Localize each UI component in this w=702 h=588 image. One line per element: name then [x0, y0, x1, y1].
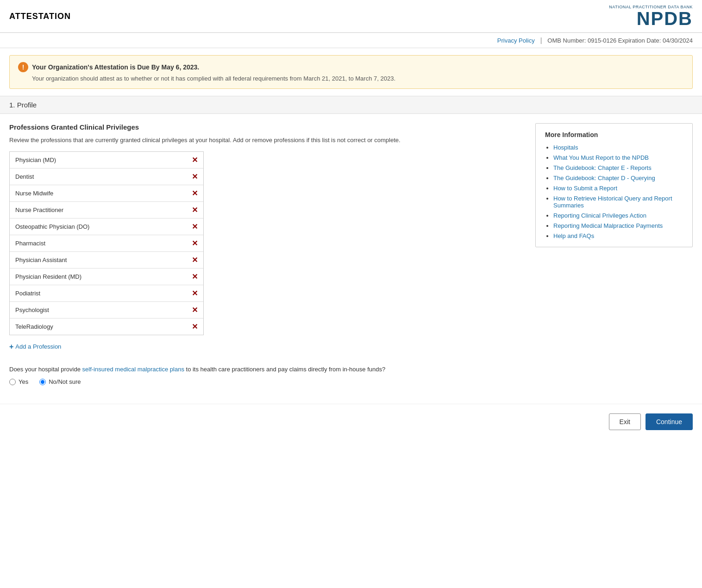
section-header: 1. Profile	[0, 96, 702, 114]
profession-row: Physician Resident (MD)✕	[10, 269, 203, 285]
profession-row: Dentist✕	[10, 169, 203, 185]
professions-title: Professions Granted Clinical Privileges	[9, 123, 526, 131]
remove-profession-button[interactable]: ✕	[192, 206, 198, 214]
profession-name: Podiatrist	[15, 290, 40, 297]
profession-name: Dentist	[15, 173, 34, 180]
question-text-before: Does your hospital provide	[9, 366, 82, 373]
alert-banner: ! Your Organization's Attestation is Due…	[9, 55, 693, 89]
alert-title: ! Your Organization's Attestation is Due…	[18, 62, 684, 72]
info-list-item: How to Retrieve Historical Query and Rep…	[553, 195, 683, 209]
profession-row: Nurse Practitioner✕	[10, 202, 203, 219]
remove-profession-button[interactable]: ✕	[192, 272, 198, 281]
right-panel: More Information HospitalsWhat You Must …	[535, 123, 693, 385]
profession-row: Pharmacist✕	[10, 235, 203, 252]
remove-profession-button[interactable]: ✕	[192, 239, 198, 248]
remove-profession-button[interactable]: ✕	[192, 306, 198, 314]
profession-name: Pharmacist	[15, 240, 45, 247]
info-link[interactable]: Reporting Medical Malpractice Payments	[553, 222, 663, 229]
radio-group: Yes No/Not sure	[9, 378, 526, 385]
radio-yes-input[interactable]	[9, 379, 16, 385]
omb-text: OMB Number: 0915-0126 Expiration Date: 0…	[547, 37, 693, 44]
nav-separator: |	[540, 37, 542, 44]
info-link[interactable]: The Guidebook: Chapter E - Reports	[553, 164, 652, 171]
privacy-policy-link[interactable]: Privacy Policy	[497, 37, 535, 44]
radio-yes-label: Yes	[19, 378, 28, 385]
profession-row: Osteopathic Physician (DO)✕	[10, 219, 203, 235]
question-text: Does your hospital provide self-insured …	[9, 365, 526, 374]
self-insured-link[interactable]: self-insured medical malpractice plans	[82, 366, 184, 373]
remove-profession-button[interactable]: ✕	[192, 322, 198, 331]
add-profession-link[interactable]: + Add a Profession	[9, 343, 526, 351]
remove-profession-button[interactable]: ✕	[192, 222, 198, 231]
radio-no-label: No/Not sure	[49, 378, 81, 385]
profession-name: Physician Assistant	[15, 256, 67, 263]
radio-no-input[interactable]	[39, 379, 46, 385]
page-title: ATTESTATION	[9, 12, 71, 21]
remove-profession-button[interactable]: ✕	[192, 172, 198, 181]
info-link[interactable]: How to Retrieve Historical Query and Rep…	[553, 195, 672, 209]
remove-profession-button[interactable]: ✕	[192, 289, 198, 298]
profession-row: Nurse Midwife✕	[10, 185, 203, 202]
info-list-item: Reporting Medical Malpractice Payments	[553, 222, 683, 229]
alert-body-text: Your organization should attest as to wh…	[32, 75, 684, 82]
footer-buttons: Exit Continue	[0, 404, 702, 439]
info-link[interactable]: Reporting Clinical Privileges Action	[553, 212, 646, 219]
exit-button[interactable]: Exit	[609, 413, 641, 430]
remove-profession-button[interactable]: ✕	[192, 256, 198, 264]
logo-main-text: NPDB	[637, 8, 693, 29]
profession-name: Physician Resident (MD)	[15, 273, 81, 280]
profession-row: Physician (MD)✕	[10, 152, 203, 169]
profession-name: Physician (MD)	[15, 156, 56, 163]
radio-no[interactable]: No/Not sure	[39, 378, 81, 385]
info-list-item: The Guidebook: Chapter D - Querying	[553, 175, 683, 181]
profession-row: Podiatrist✕	[10, 285, 203, 302]
profession-name: TeleRadiology	[15, 323, 53, 330]
warning-icon: !	[18, 62, 28, 72]
profession-name: Nurse Midwife	[15, 190, 53, 197]
professions-description: Review the professions that are currentl…	[9, 136, 526, 145]
info-links-list: HospitalsWhat You Must Report to the NPD…	[545, 144, 683, 239]
alert-title-text: Your Organization's Attestation is Due B…	[32, 63, 199, 71]
info-list-item: Help and FAQs	[553, 232, 683, 239]
profession-name: Osteopathic Physician (DO)	[15, 223, 89, 230]
main-content: Professions Granted Clinical Privileges …	[0, 123, 702, 394]
add-icon: +	[9, 343, 13, 351]
section-header-label: 1. Profile	[9, 101, 37, 109]
remove-profession-button[interactable]: ✕	[192, 189, 198, 198]
question-text-after: to its health care practitioners and pay…	[184, 366, 385, 373]
add-profession-label: Add a Profession	[15, 343, 61, 350]
header: ATTESTATION National Practitioner Data B…	[0, 0, 702, 33]
profession-row: TeleRadiology✕	[10, 319, 203, 335]
profession-table: Physician (MD)✕Dentist✕Nurse Midwife✕Nur…	[9, 151, 204, 335]
continue-button[interactable]: Continue	[646, 413, 693, 430]
info-list-item: How to Submit a Report	[553, 185, 683, 192]
info-link[interactable]: Hospitals	[553, 144, 578, 151]
info-list-item: Reporting Clinical Privileges Action	[553, 212, 683, 219]
info-link[interactable]: How to Submit a Report	[553, 185, 617, 192]
npdb-logo: National Practitioner Data Bank NPDB	[609, 5, 693, 28]
info-list-item: Hospitals	[553, 144, 683, 151]
nav-bar: Privacy Policy | OMB Number: 0915-0126 E…	[0, 33, 702, 48]
radio-yes[interactable]: Yes	[9, 378, 28, 385]
info-list-item: What You Must Report to the NPDB	[553, 154, 683, 161]
question-section: Does your hospital provide self-insured …	[9, 365, 526, 386]
profession-name: Nurse Practitioner	[15, 206, 63, 213]
info-box-title: More Information	[545, 131, 683, 138]
profession-row: Psychologist✕	[10, 302, 203, 319]
profession-row: Physician Assistant✕	[10, 252, 203, 269]
profession-name: Psychologist	[15, 307, 49, 313]
info-list-item: The Guidebook: Chapter E - Reports	[553, 164, 683, 171]
info-box: More Information HospitalsWhat You Must …	[535, 123, 693, 247]
info-link[interactable]: What You Must Report to the NPDB	[553, 154, 649, 161]
left-panel: Professions Granted Clinical Privileges …	[9, 123, 526, 385]
remove-profession-button[interactable]: ✕	[192, 156, 198, 164]
info-link[interactable]: Help and FAQs	[553, 232, 594, 239]
info-link[interactable]: The Guidebook: Chapter D - Querying	[553, 175, 655, 181]
